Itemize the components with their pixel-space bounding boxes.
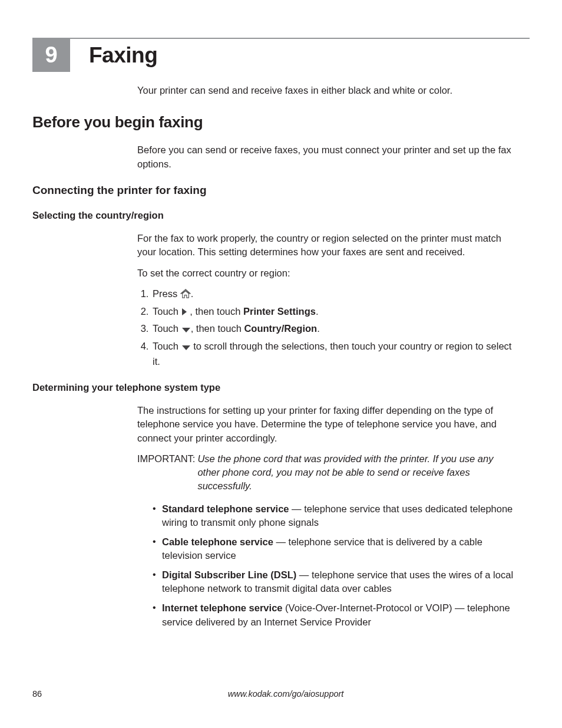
chapter-number-box: 9 — [32, 39, 70, 72]
important-text: Use the phone cord that was provided wit… — [197, 452, 518, 493]
step-1: Press . — [151, 287, 518, 302]
sub-heading-connecting: Connecting the printer for faxing — [32, 183, 530, 199]
list-item: Cable telephone service — telephone serv… — [151, 535, 518, 562]
step-2: Touch , then touch Printer Settings. — [151, 305, 518, 320]
sub-sub-heading-determining: Determining your telephone system type — [32, 381, 530, 394]
step-3-post: . — [317, 323, 320, 334]
step-2-pre: Touch — [153, 306, 181, 317]
arrow-down-icon — [181, 341, 191, 355]
bullet-3-bold: Digital Subscriber Line (DSL) — [162, 569, 296, 580]
page-footer: 86 www.kodak.com/go/aiosupport — [32, 688, 530, 700]
section-heading-before-you-begin: Before you begin faxing — [32, 111, 530, 133]
page-number: 86 — [32, 688, 42, 700]
bullet-1-bold: Standard telephone service — [162, 503, 289, 514]
steps-list: Press . Touch , then touch Printer Setti… — [151, 287, 518, 370]
telephone-types-list: Standard telephone service — telephone s… — [151, 502, 518, 629]
sub-sub-heading-selecting: Selecting the country/region — [32, 209, 530, 222]
chapter-header: 9 Faxing — [32, 39, 530, 72]
step-2-post: . — [316, 306, 319, 317]
list-item: Digital Subscriber Line (DSL) — telephon… — [151, 568, 518, 595]
important-note: IMPORTANT: Use the phone cord that was p… — [137, 452, 518, 493]
arrow-down-icon — [181, 323, 191, 337]
intro-paragraph: Your printer can send and receive faxes … — [137, 84, 518, 97]
step-2-mid: , then touch — [187, 306, 243, 317]
bullet-2-bold: Cable telephone service — [162, 536, 273, 547]
section-paragraph: Before you can send or receive faxes, yo… — [137, 143, 518, 170]
step-3-bold: Country/Region — [244, 323, 317, 334]
step-3: Touch , then touch Country/Region. — [151, 322, 518, 337]
step-3-mid: , then touch — [191, 323, 244, 334]
list-item: Standard telephone service — telephone s… — [151, 502, 518, 529]
home-icon — [180, 288, 191, 302]
determining-para: The instructions for setting up your pri… — [137, 404, 518, 444]
footer-url: www.kodak.com/go/aiosupport — [42, 688, 530, 700]
step-1-pre: Press — [153, 288, 180, 299]
selecting-para-2: To set the correct country or region: — [137, 266, 518, 280]
step-4: Touch to scroll through the selections, … — [151, 340, 518, 369]
important-label: IMPORTANT: — [137, 452, 197, 493]
step-3-pre: Touch — [153, 323, 181, 334]
chapter-number: 9 — [45, 39, 57, 71]
step-1-post: . — [191, 288, 194, 299]
step-2-bold: Printer Settings — [243, 306, 316, 317]
chapter-title: Faxing — [70, 39, 157, 72]
step-4-post: to scroll through the selections, then t… — [153, 341, 511, 367]
page: 9 Faxing Your printer can send and recei… — [0, 0, 562, 629]
list-item: Internet telephone service (Voice-Over-I… — [151, 601, 518, 628]
step-4-pre: Touch — [153, 341, 181, 351]
bullet-4-bold: Internet telephone service — [162, 602, 283, 613]
selecting-para-1: For the fax to work properly, the countr… — [137, 232, 518, 259]
arrow-right-icon — [181, 306, 187, 320]
